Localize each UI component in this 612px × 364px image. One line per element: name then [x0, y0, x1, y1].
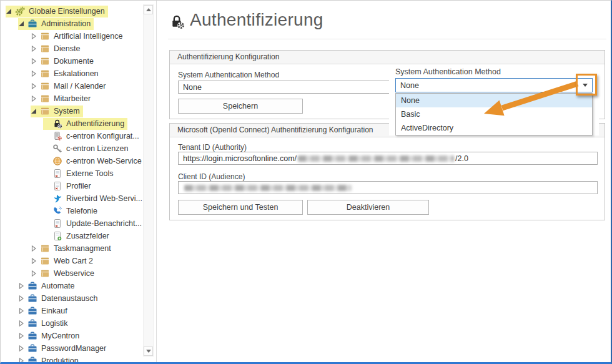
tree-item-label: Artificial Intelligence	[54, 32, 122, 41]
briefcase-blue-icon	[27, 281, 37, 291]
tree-item-label: Riverbird Web-Servi...	[66, 194, 142, 203]
tree-item[interactable]: Einkauf	[1, 305, 142, 317]
deactivate-button[interactable]: Deaktivieren	[307, 200, 429, 215]
tree-item[interactable]: Administration	[1, 17, 142, 30]
arrow-spacer	[43, 145, 49, 152]
tree-item[interactable]: c-entron Lizenzen	[1, 142, 142, 155]
collapsed-arrow-icon[interactable]	[18, 283, 24, 289]
tree-item[interactable]: MyCentron	[1, 330, 142, 342]
tree-item[interactable]: Datenaustausch	[1, 292, 142, 305]
arrow-spacer	[43, 183, 49, 189]
briefcase-blue-icon	[27, 293, 37, 303]
tenant-id-input[interactable]: https://login.microsoftonline.com//2.0	[178, 152, 598, 165]
tree-item[interactable]: Profiler	[1, 180, 142, 192]
tree-item[interactable]: Zusatzfelder	[1, 230, 142, 242]
folder-icon	[40, 243, 50, 253]
collapsed-arrow-icon[interactable]	[31, 83, 37, 89]
dropdown-option[interactable]: None	[396, 94, 592, 107]
collapsed-arrow-icon[interactable]	[31, 58, 37, 64]
tree-item-content: MyCentron	[18, 330, 82, 342]
arrow-spacer	[43, 170, 49, 177]
overlay-method-combobox[interactable]: None	[395, 78, 593, 92]
tree-scrollbar[interactable]	[143, 4, 154, 357]
tree-item[interactable]: Dokumente	[1, 55, 142, 67]
tree-item[interactable]: Dienste	[1, 42, 142, 55]
collapsed-arrow-icon[interactable]	[18, 345, 24, 352]
collapsed-arrow-icon[interactable]	[31, 245, 37, 252]
overlay-selected-value: None	[400, 81, 419, 90]
collapsed-arrow-icon[interactable]	[31, 96, 37, 102]
collapsed-arrow-icon[interactable]	[31, 270, 37, 277]
overlay-method-label: System Authentication Method	[395, 67, 501, 76]
page-title: Authentifizierung	[190, 10, 323, 30]
collapsed-arrow-icon[interactable]	[18, 295, 24, 302]
save-and-test-button[interactable]: Speichern und Testen	[178, 200, 303, 215]
annotation-box	[576, 74, 597, 96]
tree-item[interactable]: Externe Tools	[1, 167, 142, 180]
redacted-tenant-id	[298, 155, 454, 162]
tree-item[interactable]: PasswordManager	[1, 342, 142, 355]
expanded-arrow-icon[interactable]	[18, 21, 24, 27]
tree-item[interactable]: Riverbird Web-Servi...	[1, 192, 142, 205]
tenant-url-suffix: /2.0	[455, 154, 468, 163]
tenant-id-label: Tenant ID (Authority)	[178, 143, 247, 152]
tree-item-label: Globale Einstellungen	[29, 7, 105, 16]
tree-item[interactable]: Update-Benachricht...	[1, 217, 142, 230]
dropdown-option[interactable]: ActiveDirectory	[396, 121, 592, 135]
tree-item[interactable]: Mitarbeiter	[1, 92, 142, 105]
redacted-client-id	[184, 185, 352, 191]
client-id-input[interactable]	[178, 181, 598, 194]
tree-item[interactable]: Telefonie	[1, 205, 142, 217]
tree-item[interactable]: Web Cart 2	[1, 255, 142, 267]
collapsed-arrow-icon[interactable]	[18, 308, 24, 314]
tree-item[interactable]: Mail / Kalender	[1, 80, 142, 92]
tree-item[interactable]: Globale Einstellungen	[1, 5, 142, 17]
tree-item[interactable]: Produktion	[1, 355, 142, 362]
tree-item[interactable]: Artificial Intelligence	[1, 30, 142, 42]
phone-icon	[52, 206, 62, 216]
triangle-up-icon	[146, 8, 151, 11]
tree-item-content: Zusatzfelder	[43, 230, 112, 242]
tree-item-content: Mitarbeiter	[31, 93, 94, 105]
tree-item[interactable]: System	[1, 105, 142, 117]
tree-item-content: Web Cart 2	[31, 255, 96, 267]
tree-item[interactable]: Logistik	[1, 317, 142, 330]
folder-icon	[40, 69, 50, 79]
tree-item[interactable]: Webservice	[1, 267, 142, 280]
tree-item[interactable]: Automate	[1, 280, 142, 292]
collapsed-arrow-icon[interactable]	[18, 320, 24, 327]
save-button[interactable]: Speichern	[178, 99, 303, 114]
folder-icon	[40, 268, 50, 278]
tree-item-content: Dokumente	[31, 56, 97, 67]
tree-item-content: Automate	[18, 280, 78, 292]
tree-item-label: Eskalationen	[54, 69, 99, 78]
collapsed-arrow-icon[interactable]	[31, 46, 37, 52]
tree-item[interactable]: c-entron Web-Service	[1, 155, 142, 167]
tree-item[interactable]: Taskmanagment	[1, 242, 142, 255]
settings-tree-panel: Globale EinstellungenAdministrationArtif…	[1, 1, 157, 362]
tree-item-label: Automate	[41, 282, 75, 290]
tree-item-content: Dienste	[31, 43, 83, 55]
briefcase-blue-icon	[27, 356, 37, 362]
scroll-up-button[interactable]	[144, 5, 153, 14]
expanded-arrow-icon[interactable]	[6, 8, 12, 14]
dropdown-option[interactable]: Basic	[396, 107, 592, 121]
tree-item[interactable]: c-entron Konfigurat...	[1, 130, 142, 142]
collapsed-arrow-icon[interactable]	[18, 333, 24, 339]
collapsed-arrow-icon[interactable]	[31, 71, 37, 77]
collapsed-arrow-icon[interactable]	[31, 33, 37, 39]
folder-icon	[40, 81, 50, 91]
document-plus-icon	[52, 231, 62, 241]
scroll-down-button[interactable]	[144, 347, 153, 356]
collapsed-arrow-icon[interactable]	[31, 258, 37, 264]
expanded-arrow-icon[interactable]	[31, 108, 37, 114]
lock-gear-icon	[52, 119, 62, 129]
tree-item-content: Einkauf	[18, 305, 71, 317]
tree-item[interactable]: Eskalationen	[1, 67, 142, 80]
tree-item-content: PasswordManager	[18, 343, 109, 355]
collapsed-arrow-icon[interactable]	[18, 358, 24, 362]
briefcase-blue-icon	[27, 331, 37, 341]
tree-item-label: Produktion	[41, 357, 79, 362]
tree-item[interactable]: Authentifizierung	[1, 117, 142, 130]
tree-item-label: Authentifizierung	[66, 119, 124, 128]
